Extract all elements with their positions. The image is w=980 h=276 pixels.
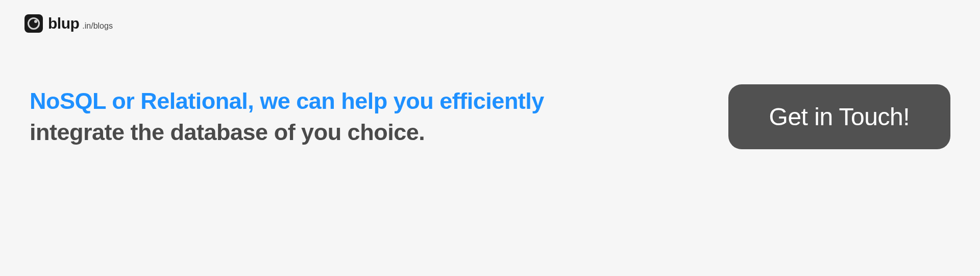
headline-rest: integrate the database of you choice. [30, 119, 425, 145]
blup-logo-icon [24, 14, 43, 33]
get-in-touch-button[interactable]: Get in Touch! [728, 84, 950, 149]
logo-area[interactable]: blup .in/blogs [24, 14, 113, 33]
headline-highlight: NoSQL or Relational, we can help you eff… [30, 88, 544, 114]
logo-name: blup [48, 15, 79, 32]
headline: NoSQL or Relational, we can help you eff… [30, 86, 601, 148]
logo-suffix: .in/blogs [82, 21, 113, 31]
content-row: NoSQL or Relational, we can help you eff… [30, 84, 950, 149]
